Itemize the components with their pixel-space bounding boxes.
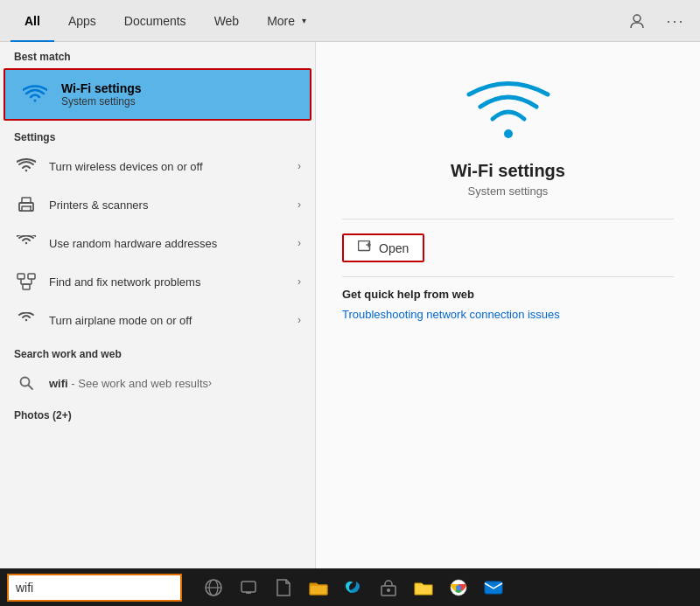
right-panel-subtitle: System settings [468, 185, 549, 198]
chevron-icon: › [208, 377, 212, 389]
printer-icon [14, 192, 38, 217]
edge-icon[interactable] [340, 574, 368, 602]
file-icon[interactable] [270, 574, 298, 602]
search-window: All Apps Documents Web More ▾ ··· [0, 0, 700, 568]
web-search-item[interactable]: wifi - See work and web results › [0, 364, 315, 402]
search-web-label: Search work and web [0, 339, 315, 364]
mail-icon[interactable] [480, 574, 508, 602]
svg-rect-14 [359, 241, 370, 251]
task-view-icon[interactable] [200, 574, 228, 602]
open-button[interactable]: Open [342, 233, 424, 262]
best-match-text: Wi-Fi settings System settings [61, 81, 142, 108]
right-panel: Wi-Fi settings System settings Open Get … [315, 42, 700, 568]
left-panel: Best match Wi-Fi settings System setting… [0, 42, 315, 568]
divider-bottom [342, 276, 674, 277]
airplane-icon [14, 308, 38, 332]
main-content: Best match Wi-Fi settings System setting… [0, 42, 700, 568]
chevron-down-icon: ▾ [302, 16, 306, 25]
svg-rect-18 [242, 582, 256, 592]
taskbar [0, 568, 700, 606]
divider-top [342, 219, 674, 219]
settings-item-printers[interactable]: Printers & scanners › [0, 185, 315, 224]
network-fix-icon [14, 269, 38, 294]
tab-all[interactable]: All [10, 0, 54, 42]
yellow-folder-icon[interactable] [410, 574, 438, 602]
photos-label: Photos (2+) [0, 402, 315, 425]
right-panel-title: Wi-Fi settings [451, 161, 565, 181]
best-match-label: Best match [0, 42, 315, 66]
search-input[interactable] [16, 581, 173, 595]
best-match-item[interactable]: Wi-Fi settings System settings [4, 68, 312, 121]
svg-point-13 [504, 129, 513, 138]
chevron-icon: › [298, 237, 301, 249]
svg-rect-5 [18, 274, 24, 279]
svg-rect-7 [23, 284, 30, 289]
watermark: woxdn.com [658, 557, 698, 566]
tab-bar: All Apps Documents Web More ▾ ··· [0, 0, 700, 42]
settings-item-wireless[interactable]: Turn wireless devices on or off › [0, 147, 315, 185]
wifi-large-icon [465, 77, 552, 150]
taskbar-search-box[interactable] [7, 574, 182, 602]
wireless-icon [14, 154, 38, 178]
settings-label: Settings [0, 122, 315, 147]
taskbar-tablet-icon[interactable] [234, 574, 262, 602]
svg-point-0 [634, 15, 640, 22]
chrome-icon[interactable] [444, 574, 472, 602]
settings-item-random-hw[interactable]: Use random hardware addresses › [0, 224, 315, 262]
tab-icon-group: ··· [623, 7, 690, 35]
chevron-icon: › [298, 160, 301, 172]
wifi-icon-small [19, 79, 51, 110]
store-icon[interactable] [374, 574, 402, 602]
svg-point-4 [30, 205, 32, 207]
svg-line-12 [29, 386, 33, 390]
svg-point-23 [387, 589, 390, 592]
tab-apps[interactable]: Apps [54, 0, 110, 42]
chevron-icon: › [298, 314, 301, 326]
chevron-icon: › [298, 199, 301, 211]
settings-item-network-fix[interactable]: Find and fix network problems › [0, 262, 315, 301]
tab-more[interactable]: More ▾ [253, 0, 320, 42]
ellipsis-icon-button[interactable]: ··· [662, 7, 690, 35]
tab-web[interactable]: Web [200, 0, 254, 42]
tab-documents[interactable]: Documents [110, 0, 200, 42]
quick-help-title: Get quick help from web [342, 288, 474, 301]
svg-rect-21 [310, 585, 327, 595]
chevron-icon: › [298, 275, 301, 288]
search-icon [14, 371, 38, 395]
svg-rect-27 [485, 582, 502, 594]
settings-item-airplane[interactable]: Turn airplane mode on or off › [0, 301, 315, 339]
hardware-icon [14, 231, 38, 255]
person-icon-button[interactable] [623, 7, 651, 35]
folder-icon[interactable] [304, 574, 332, 602]
taskbar-icons [200, 574, 508, 602]
svg-rect-6 [28, 274, 35, 279]
svg-point-26 [456, 585, 461, 590]
open-icon [358, 240, 372, 255]
quick-help-link[interactable]: Troubleshooting network connection issue… [342, 308, 560, 321]
svg-rect-3 [22, 206, 31, 211]
